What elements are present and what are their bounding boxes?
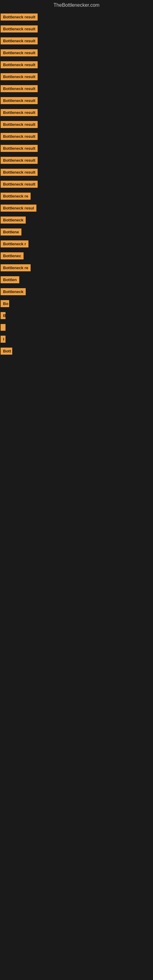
list-item	[0, 358, 153, 361]
bottleneck-badge[interactable]: Bottleneck result	[1, 169, 38, 176]
list-item: Bottlenec	[0, 250, 153, 262]
bottleneck-badge[interactable]: Bottleneck	[1, 216, 26, 224]
items-container: Bottleneck resultBottleneck resultBottle…	[0, 10, 153, 381]
bottleneck-badge[interactable]: Bottlen	[1, 276, 19, 283]
bottleneck-badge[interactable]: Bottleneck result	[1, 109, 38, 116]
bottleneck-badge[interactable]: Bottleneck re	[1, 264, 30, 271]
bottleneck-badge[interactable]: Bott	[1, 348, 12, 355]
bottleneck-badge[interactable]: Bottlene	[1, 229, 21, 235]
bottleneck-badge[interactable]: Bottleneck result	[1, 49, 38, 56]
list-item: Bottleneck re	[0, 262, 153, 274]
bottleneck-badge[interactable]: Bottleneck r	[1, 240, 29, 247]
list-item: Bottleneck resul	[0, 203, 153, 215]
list-item: Bottleneck result	[0, 24, 153, 35]
list-item	[0, 376, 153, 380]
list-item: Bottleneck result	[0, 167, 153, 179]
list-item: Bottleneck result	[0, 131, 153, 143]
list-item: Bottleneck result	[0, 72, 153, 83]
bottleneck-badge[interactable]: Bottleneck result	[1, 13, 38, 21]
list-item: Bottleneck result	[0, 83, 153, 95]
bottleneck-badge[interactable]: Bottleneck re	[1, 192, 30, 200]
bottleneck-badge[interactable]: Bottleneck result	[1, 61, 38, 68]
list-item	[0, 365, 153, 369]
bottleneck-badge[interactable]: B	[1, 312, 5, 319]
list-item	[0, 361, 153, 365]
bottleneck-badge[interactable]: Bottleneck result	[1, 157, 38, 164]
list-item: Bottleneck result	[0, 119, 153, 131]
bottleneck-badge[interactable]: Bottleneck	[1, 288, 26, 295]
bottleneck-badge[interactable]: Bottleneck result	[1, 121, 38, 128]
bottleneck-badge[interactable]: Bottleneck result	[1, 37, 38, 45]
list-item: Bottleneck result	[0, 59, 153, 72]
bottleneck-badge[interactable]: I	[1, 336, 5, 343]
list-item: Bottleneck result	[0, 143, 153, 155]
list-item: Bottleneck r	[0, 239, 153, 250]
list-item	[0, 372, 153, 376]
list-item: Bottlene	[0, 227, 153, 239]
bottleneck-badge[interactable]: Bottleneck result	[1, 145, 38, 152]
bottleneck-badge[interactable]: Bottleneck result	[1, 25, 38, 32]
bottleneck-badge[interactable]: Bottleneck result	[1, 73, 38, 80]
bottleneck-badge[interactable]: Bo	[1, 300, 9, 307]
list-item: Bottleneck result	[0, 95, 153, 107]
list-item: Bo	[0, 298, 153, 310]
list-item: Bott	[0, 346, 153, 358]
bottleneck-badge[interactable]: Bottleneck result	[1, 133, 38, 140]
bottleneck-badge[interactable]: Bottleneck result	[1, 85, 38, 92]
list-item	[0, 322, 153, 334]
list-item: Bottleneck result	[0, 35, 153, 48]
list-item: Bottleneck result	[0, 12, 153, 24]
site-title: TheBottlenecker.com	[0, 0, 153, 10]
bottleneck-badge[interactable]	[1, 324, 5, 331]
bottleneck-badge[interactable]: Bottleneck result	[1, 181, 38, 188]
list-item: B	[0, 310, 153, 322]
list-item: Bottleneck	[0, 215, 153, 227]
list-item: Bottleneck re	[0, 191, 153, 203]
list-item: Bottlen	[0, 274, 153, 286]
list-item: I	[0, 334, 153, 346]
list-item	[0, 369, 153, 372]
bottleneck-badge[interactable]: Bottlenec	[1, 252, 24, 259]
bottleneck-badge[interactable]: Bottleneck resul	[1, 205, 37, 212]
list-item: Bottleneck result	[0, 107, 153, 119]
bottleneck-badge[interactable]: Bottleneck result	[1, 97, 38, 104]
list-item: Bottleneck result	[0, 155, 153, 167]
list-item: Bottleneck result	[0, 179, 153, 191]
list-item: Bottleneck result	[0, 48, 153, 59]
list-item: Bottleneck	[0, 286, 153, 298]
